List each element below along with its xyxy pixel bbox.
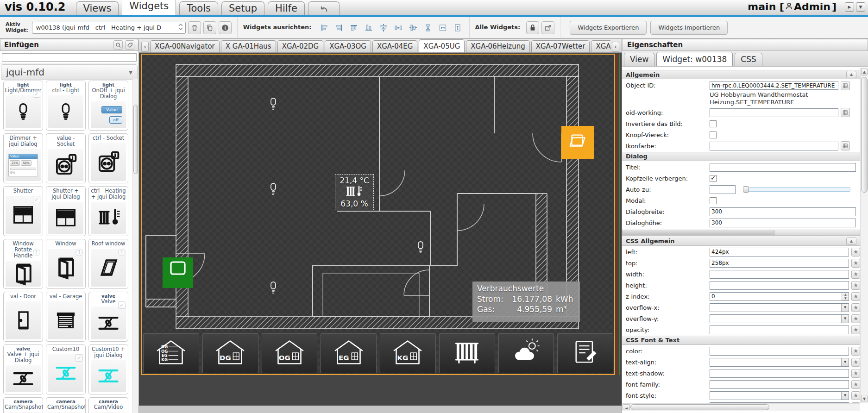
nav-all-floors-button[interactable]: DGOGEGKG	[143, 333, 199, 373]
field-select-overflow-x[interactable]: ▼	[710, 303, 849, 312]
view-tabs-prev-button[interactable]: ‹	[141, 42, 149, 52]
default-value-star-icon[interactable]: ★	[851, 402, 860, 403]
run-project-button[interactable]: ▶	[845, 2, 854, 12]
align-right-icon[interactable]	[333, 22, 345, 34]
section-scrollbar[interactable]	[622, 230, 860, 236]
window-menu-button[interactable]: ▼	[856, 2, 865, 12]
field-input-color[interactable]	[710, 347, 849, 356]
field-checkbox-knopf-viereck[interactable]	[710, 131, 717, 138]
properties-scrollbar-thumb[interactable]	[861, 77, 868, 193]
field-select-font-variant[interactable]: ▼	[710, 402, 849, 403]
properties-horizontal-scrollbar[interactable]: ◄	[622, 403, 860, 411]
palette-widget-valve-jqui-dialog[interactable]: valveValve + jqui Dialog	[3, 344, 43, 394]
menu-tab-hilfe[interactable]: Hilfe	[268, 1, 305, 15]
select-object-id-icon[interactable]	[841, 141, 850, 150]
scroll-up-icon[interactable]: ▲	[861, 68, 868, 75]
palette-widget-value-socket[interactable]: value - Socket	[46, 133, 86, 183]
field-input-left[interactable]	[710, 248, 849, 257]
view-tab-xga-00navigator[interactable]: XGA-00Navigator	[150, 40, 220, 52]
collapse-section-icon[interactable]: ▲	[846, 238, 856, 245]
view-tab-xga-03og[interactable]: XGA-03OG	[325, 40, 371, 52]
field-input-object-id[interactable]	[710, 81, 838, 90]
palette-widget-ctrl-light[interactable]: lightctrl - Light	[46, 81, 86, 131]
default-value-star-icon[interactable]: ★	[851, 347, 860, 356]
view-tab-xga-05ug[interactable]: XGA-05UG	[419, 39, 465, 52]
field-input-text-shadow[interactable]	[710, 369, 849, 378]
default-value-star-icon[interactable]: ★	[851, 259, 860, 268]
palette-widget-ctrl-socket[interactable]: ctrl - Socket	[88, 133, 128, 183]
select-object-id-icon[interactable]	[841, 108, 850, 117]
field-slider-auto-zu[interactable]	[743, 187, 850, 192]
view-tab-xga-02dg[interactable]: XGA-02DG	[277, 40, 324, 52]
search-icon[interactable]	[113, 40, 123, 50]
center-horizontal-icon[interactable]	[377, 22, 390, 34]
field-checkbox-kopfzeile-verbergen[interactable]	[710, 175, 717, 182]
collapse-section-icon[interactable]: ▲	[846, 71, 856, 78]
field-select-overflow-y[interactable]: ▼	[710, 314, 849, 323]
nav-weather-button[interactable]	[498, 333, 554, 373]
field-select-text-align[interactable]: ▼	[710, 358, 849, 367]
copy-widget-button[interactable]	[203, 21, 216, 34]
field-input-opacity[interactable]	[710, 325, 849, 334]
palette-widget-custom10[interactable]: Custom10✓	[46, 344, 86, 394]
view-tab-x-ga-01haus[interactable]: X GA-01Haus	[221, 40, 276, 52]
nav-floor-eg-button[interactable]: EG	[321, 333, 377, 373]
palette-widget-val-door[interactable]: val - Door	[3, 292, 43, 342]
default-value-star-icon[interactable]: ★	[851, 292, 860, 301]
field-input-height[interactable]	[710, 281, 849, 290]
palette-widget-valve[interactable]: valveValve✓	[88, 292, 128, 342]
palette-widget-onoff-jqui-dialog[interactable]: lightOnOff + jqui DialogValueoff	[88, 81, 128, 131]
palette-widget-shutter-jqui-dialog[interactable]: Shutter + jqui Dialog	[46, 186, 86, 236]
palette-widget-val-garage[interactable]: val - Garage	[46, 292, 86, 342]
widget-info-button[interactable]	[219, 21, 232, 34]
scroll-left-icon[interactable]: ◄	[623, 404, 630, 410]
field-input-dialoghöhe[interactable]	[710, 219, 856, 227]
menu-tab-tools[interactable]: Tools	[179, 1, 218, 15]
palette-filter-input[interactable]	[2, 53, 137, 62]
distribute-vertical-icon[interactable]	[422, 22, 434, 34]
palette-widget-window-rotate-handle[interactable]: Window Rotate Handle1	[3, 239, 43, 289]
default-value-star-icon[interactable]: ★	[851, 358, 860, 367]
distribute-horizontal-icon[interactable]	[392, 22, 404, 34]
widgets-export-button[interactable]: Widgets Exportieren	[570, 21, 647, 35]
menu-tab-setup[interactable]: Setup	[221, 1, 264, 15]
view-canvas[interactable]: 21,4 °C 63,0 % Verbrauchswerte Strom:16.…	[141, 54, 615, 375]
view-tabs-next-button[interactable]: ›	[612, 42, 619, 52]
palette-widget-light-dimmer[interactable]: lightLight/Dimmer✓	[3, 81, 43, 131]
default-value-star-icon[interactable]: ★	[851, 391, 860, 400]
nav-notes-button[interactable]	[557, 333, 613, 373]
view-tab-xga-06heizung[interactable]: XGA-06Heizung	[466, 40, 529, 52]
nav-floor-og-button[interactable]: OG	[262, 333, 318, 373]
properties-tab-view[interactable]: View	[624, 53, 654, 66]
palette-scrollbar-thumb[interactable]	[133, 105, 138, 174]
field-input-font-family[interactable]	[710, 380, 849, 389]
nav-floor-kg-button[interactable]: KG	[380, 333, 436, 373]
field-input-width[interactable]	[710, 270, 849, 279]
properties-tab-widget-w00138[interactable]: Widget: w00138	[656, 52, 733, 66]
selected-heating-widget[interactable]: 21,4 °C 63,0 %	[335, 174, 374, 210]
field-checkbox-modal[interactable]	[710, 197, 717, 204]
palette-widget-cam-snapshot[interactable]: cameraCam/Snapshot	[3, 397, 43, 413]
nav-floor-dg-button[interactable]: DG	[202, 333, 258, 373]
field-input-auto-zu[interactable]	[710, 185, 736, 194]
palette-widget-custom10-jqui-dialog[interactable]: Custom10 + jqui Dialog	[88, 344, 128, 394]
slider-handle[interactable]	[743, 186, 749, 193]
properties-vertical-scrollbar[interactable]: ▲ ▼	[860, 68, 868, 403]
select-object-id-icon[interactable]	[841, 81, 850, 90]
field-input-z-index[interactable]	[710, 292, 849, 301]
default-value-star-icon[interactable]: ★	[851, 270, 860, 279]
palette-widget-cam-video[interactable]: cameraCam/Video	[88, 397, 128, 413]
view-tab-xga-08c[interactable]: XGA-08C	[591, 40, 610, 52]
center-vertical-icon[interactable]	[407, 22, 419, 34]
undo-button[interactable]	[308, 1, 340, 15]
same-width-icon[interactable]	[437, 22, 449, 34]
garage-status-widget[interactable]	[163, 257, 193, 288]
default-value-star-icon[interactable]: ★	[851, 281, 860, 290]
default-value-star-icon[interactable]: ★	[851, 369, 860, 378]
spin-up-icon[interactable]: ▲	[842, 293, 849, 297]
properties-tab-css[interactable]: CSS	[735, 53, 762, 66]
lock-widgets-button[interactable]	[526, 21, 539, 34]
default-value-star-icon[interactable]: ★	[851, 314, 860, 323]
palette-widget-roof-window[interactable]: Roof window1	[88, 239, 128, 289]
active-widget-select[interactable]: w00138 (jqui-mfd - ctrl - Heating + jqui…	[32, 22, 186, 34]
